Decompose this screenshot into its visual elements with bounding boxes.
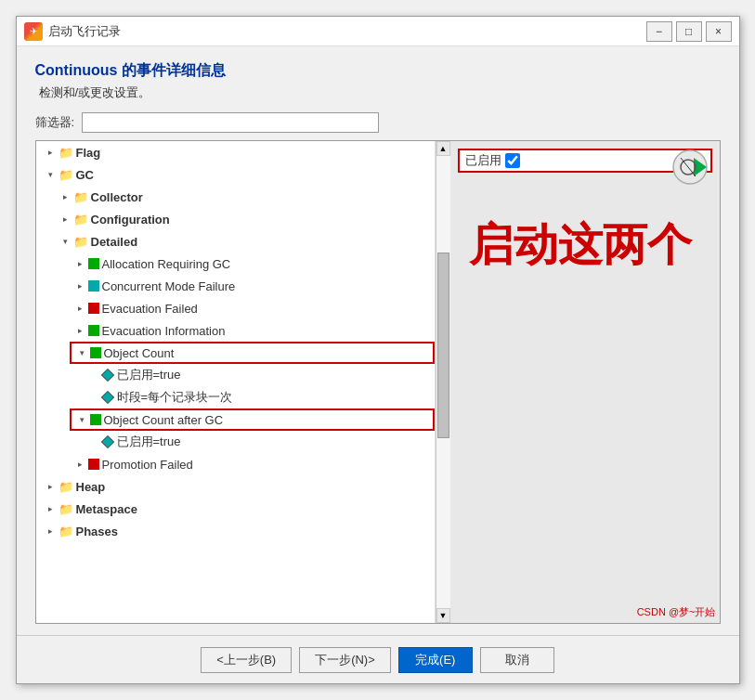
expand-btn-detailed[interactable]: ▾ (59, 234, 73, 249)
tree-item-object-count-gc[interactable]: ▾Object Count after GC (70, 408, 435, 431)
app-icon: ✈ (24, 22, 43, 41)
sq-icon-object-count-gc (90, 414, 101, 425)
folder-icon-phases: 📁 (59, 525, 73, 538)
expand-btn-configuration[interactable]: ▸ (59, 212, 73, 227)
sq-icon-evacuation-info (88, 325, 99, 336)
diamond-icon-ocgc-enabled (100, 435, 113, 448)
folder-icon-metaspace: 📁 (59, 502, 73, 515)
expand-btn-promotion-failed[interactable]: ▸ (73, 457, 88, 472)
expand-btn-evacuation-failed[interactable]: ▸ (73, 301, 88, 316)
expand-btn-evacuation-info[interactable]: ▸ (73, 323, 88, 338)
sq-icon-concurrent (88, 280, 99, 292)
expand-btn-collector[interactable]: ▸ (59, 189, 73, 204)
close-button[interactable]: × (706, 21, 732, 42)
tree-item-metaspace[interactable]: ▸📁Metaspace (36, 498, 435, 520)
folder-icon-configuration: 📁 (73, 213, 88, 226)
watermark: CSDN @梦~开始 (637, 605, 716, 619)
scroll-down-arrow[interactable]: ▼ (436, 608, 450, 623)
item-label-collector: Collector (91, 190, 143, 204)
item-label-gc: GC (76, 168, 95, 182)
expand-btn-phases[interactable]: ▸ (44, 524, 59, 538)
item-label-oc-period: 时段=每个记录块一次 (117, 389, 233, 406)
tree-item-detailed[interactable]: ▾📁Detailed (36, 230, 435, 253)
diamond-icon-oc-enabled (100, 369, 113, 382)
tree-item-concurrent[interactable]: ▸Concurrent Mode Failure (36, 275, 435, 297)
scroll-thumb[interactable] (437, 253, 449, 438)
tree-item-evacuation-failed[interactable]: ▸Evacuation Failed (36, 297, 435, 319)
enabled-checkbox[interactable] (505, 153, 520, 168)
flight-recorder-icon (668, 149, 712, 186)
folder-icon-collector: 📁 (73, 190, 88, 203)
filter-input[interactable] (82, 112, 379, 133)
item-label-phases: Phases (76, 525, 119, 538)
sq-icon-promotion-failed (88, 459, 99, 470)
filter-row: 筛选器: (35, 112, 721, 133)
item-label-concurrent: Concurrent Mode Failure (102, 279, 236, 293)
item-label-configuration: Configuration (91, 213, 170, 227)
cancel-button[interactable]: 取消 (480, 647, 554, 673)
minimize-button[interactable]: − (646, 21, 672, 42)
scrollbar[interactable]: ▲ ▼ (436, 141, 450, 623)
diamond-icon-oc-period (100, 391, 113, 404)
filter-label: 筛选器: (35, 114, 75, 131)
button-bar: <上一步(B) 下一步(N)> 完成(E) 取消 (17, 635, 739, 683)
expand-btn-object-count[interactable]: ▾ (75, 345, 90, 360)
content-area: Continuous 的事件详细信息 检测和/或更改设置。 筛选器: ▸📁Fla… (17, 46, 739, 635)
tree-item-allocation[interactable]: ▸Allocation Requiring GC (36, 253, 435, 275)
expand-btn-metaspace[interactable]: ▸ (44, 501, 59, 516)
finish-button[interactable]: 完成(E) (398, 647, 473, 673)
tree-item-collector[interactable]: ▸📁Collector (36, 186, 435, 208)
sq-icon-object-count (90, 347, 101, 358)
item-label-heap: Heap (76, 480, 106, 494)
item-label-metaspace: Metaspace (76, 502, 137, 516)
item-label-object-count: Object Count (104, 346, 175, 360)
window-controls: − □ × (646, 21, 732, 42)
item-label-evacuation-info: Evacuation Information (102, 324, 226, 338)
scroll-up-arrow[interactable]: ▲ (436, 141, 450, 156)
sq-icon-evacuation-failed (88, 303, 99, 314)
page-title: Continuous 的事件详细信息 (35, 61, 721, 81)
item-label-ocgc-enabled: 已启用=true (117, 434, 181, 450)
tree-item-ocgc-enabled[interactable]: 已启用=true (36, 431, 435, 453)
tree-item-gc[interactable]: ▾📁GC (36, 163, 435, 186)
expand-btn-heap[interactable]: ▸ (44, 479, 59, 494)
main-window: ✈ 启动飞行记录 − □ × Continuous 的事件详细信息 检测和/或更… (16, 16, 740, 684)
item-label-promotion-failed: Promotion Failed (102, 458, 193, 472)
expand-btn-flag[interactable]: ▸ (44, 145, 59, 160)
sq-icon-allocation (88, 258, 99, 269)
tree-item-oc-period[interactable]: 时段=每个记录块一次 (36, 386, 435, 408)
item-label-oc-enabled: 已启用=true (117, 367, 181, 383)
maximize-button[interactable]: □ (676, 21, 702, 42)
tree-item-promotion-failed[interactable]: ▸Promotion Failed (36, 453, 435, 475)
expand-btn-concurrent[interactable]: ▸ (73, 279, 88, 293)
tree-item-oc-enabled[interactable]: 已启用=true (36, 364, 435, 386)
page-subtitle: 检测和/或更改设置。 (39, 84, 721, 101)
annotation-text: 启动这两个 (469, 215, 692, 275)
folder-icon-detailed: 📁 (73, 235, 88, 248)
main-panel: ▸📁Flag▾📁GC▸📁Collector▸📁Configuration▾📁De… (35, 140, 721, 624)
tree-item-flag[interactable]: ▸📁Flag (36, 141, 435, 163)
back-button[interactable]: <上一步(B) (201, 647, 292, 673)
item-label-evacuation-failed: Evacuation Failed (102, 302, 198, 316)
folder-icon-heap: 📁 (59, 480, 73, 493)
tree-panel: ▸📁Flag▾📁GC▸📁Collector▸📁Configuration▾📁De… (36, 141, 436, 623)
expand-btn-object-count-gc[interactable]: ▾ (75, 412, 90, 427)
enabled-label: 已启用 (465, 152, 501, 169)
item-label-flag: Flag (76, 146, 101, 160)
item-label-object-count-gc: Object Count after GC (104, 413, 224, 427)
item-label-allocation: Allocation Requiring GC (102, 257, 231, 271)
tree-item-heap[interactable]: ▸📁Heap (36, 475, 435, 498)
expand-btn-allocation[interactable]: ▸ (73, 256, 88, 271)
tree-item-object-count[interactable]: ▾Object Count (70, 342, 435, 364)
tree-item-evacuation-info[interactable]: ▸Evacuation Information (36, 319, 435, 342)
folder-icon-flag: 📁 (59, 146, 73, 159)
folder-icon-gc: 📁 (59, 168, 73, 181)
right-panel: 已启用 启动这两个 CSDN @梦~开始 (450, 141, 720, 623)
title-bar: ✈ 启动飞行记录 − □ × (17, 17, 739, 46)
expand-btn-gc[interactable]: ▾ (44, 167, 59, 182)
tree-item-phases[interactable]: ▸📁Phases (36, 520, 435, 542)
next-button[interactable]: 下一步(N)> (299, 647, 391, 673)
item-label-detailed: Detailed (91, 235, 138, 249)
window-title: 启动飞行记录 (48, 23, 646, 40)
tree-item-configuration[interactable]: ▸📁Configuration (36, 208, 435, 230)
